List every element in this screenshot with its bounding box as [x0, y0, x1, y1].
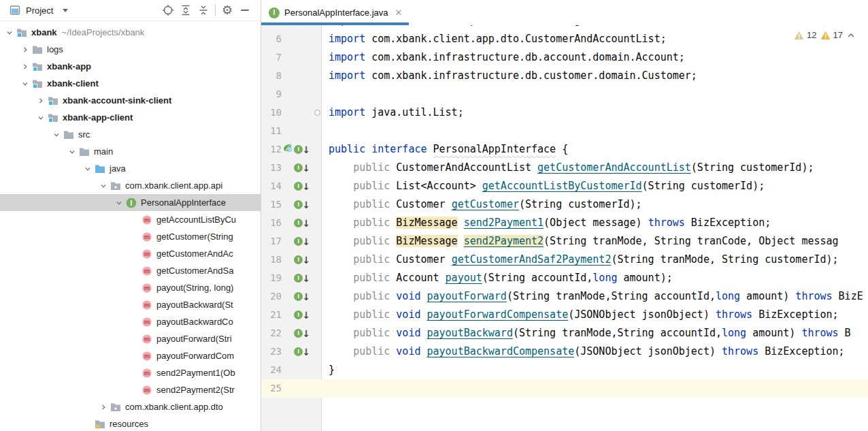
code-editor[interactable]: 5import com.bizmud.bizsip.common.BizMess…: [261, 25, 868, 431]
gutter-cell[interactable]: 12I↓: [261, 140, 322, 159]
chevron-expanded-icon[interactable]: [113, 199, 125, 207]
inspections-widget[interactable]: 12 17: [791, 29, 858, 42]
settings-button[interactable]: ⚙: [218, 3, 236, 18]
spring-bean-icon[interactable]: [283, 140, 293, 159]
gutter-cell[interactable]: 8: [261, 67, 322, 85]
code-line-5[interactable]: 5import com.bizmud.bizsip.common.BizMess…: [261, 25, 868, 30]
implemented-marker-icon[interactable]: I↓: [294, 237, 310, 246]
tree-item-src[interactable]: src: [0, 126, 261, 143]
tree-item-java[interactable]: java: [0, 160, 261, 177]
implemented-marker-icon[interactable]: I↓: [294, 182, 310, 191]
locate-file-button[interactable]: [159, 3, 177, 18]
code-line-11[interactable]: 11: [261, 122, 868, 140]
code-line-12[interactable]: 12I↓public interface PersonalAppInterfac…: [261, 140, 868, 159]
tree-item-getcustomerandac[interactable]: mgetCustomerAndAc: [0, 245, 261, 262]
tree-item-getaccountlistbycu[interactable]: mgetAccountListByCu: [0, 211, 261, 228]
gutter-cell[interactable]: 23I↓: [261, 342, 322, 361]
gutter-cell[interactable]: 15I↓: [261, 195, 322, 214]
tree-item-getcustomer-string[interactable]: mgetCustomer(String: [0, 228, 261, 245]
chevron-expanded-icon[interactable]: [66, 148, 78, 156]
tree-item-payoutbackwardco[interactable]: mpayoutBackwardCo: [0, 313, 261, 330]
tree-item-resources[interactable]: resources: [0, 415, 261, 431]
code-line-19[interactable]: 19I↓ public Account payout(String accoun…: [261, 269, 868, 287]
hide-panel-button[interactable]: [236, 3, 254, 18]
gutter-cell[interactable]: 10: [261, 103, 322, 122]
code-line-16[interactable]: 16I↓ public BizMessage send2Payment1(Obj…: [261, 214, 868, 232]
gutter-cell[interactable]: 21I↓: [261, 306, 322, 324]
gutter-cell[interactable]: 20I↓: [261, 287, 322, 306]
gutter-cell[interactable]: 14I↓: [261, 177, 322, 195]
implemented-marker-icon[interactable]: I↓: [294, 329, 310, 338]
chevron-expanded-icon[interactable]: [97, 182, 110, 190]
gutter-cell[interactable]: 5: [261, 25, 322, 30]
tree-item-main[interactable]: main: [0, 143, 261, 160]
tree-item-payoutforward-stri[interactable]: mpayoutForward(Stri: [0, 330, 261, 347]
code-line-20[interactable]: 20I↓ public void payoutForward(String tr…: [261, 287, 868, 306]
code-line-18[interactable]: 18I↓ public Customer getCustomerAndSaf2P…: [261, 251, 868, 269]
close-tab-icon[interactable]: ✕: [395, 7, 402, 18]
gutter-cell[interactable]: 13I↓: [261, 159, 322, 177]
tree-item-logs[interactable]: logs: [0, 41, 261, 58]
gutter-cell[interactable]: 25: [261, 379, 322, 398]
code-line-6[interactable]: 6import com.xbank.client.app.dto.Custome…: [261, 30, 868, 48]
tree-item-xbank-app[interactable]: xbank-app: [0, 58, 261, 75]
gutter-cell[interactable]: 7: [261, 48, 322, 67]
gutter-cell[interactable]: 22I↓: [261, 324, 322, 342]
code-line-13[interactable]: 13I↓ public CustomerAndAccountList getCu…: [261, 159, 868, 177]
code-line-23[interactable]: 23I↓ public void payoutBackwardCompensat…: [261, 342, 868, 361]
chevron-up-icon[interactable]: [846, 31, 856, 39]
expand-all-button[interactable]: [177, 3, 195, 18]
tab-personalappinterface-java[interactable]: I PersonalAppInterface.java ✕: [261, 0, 409, 25]
implemented-marker-icon[interactable]: I↓: [294, 255, 310, 265]
gutter-cell[interactable]: 18I↓: [261, 251, 322, 269]
chevron-expanded-icon[interactable]: [3, 29, 16, 37]
code-line-15[interactable]: 15I↓ public Customer getCustomer(String …: [261, 195, 868, 214]
fold-marker-icon[interactable]: [312, 110, 322, 116]
code-line-22[interactable]: 22I↓ public void payoutBackward(String t…: [261, 324, 868, 342]
weak-warnings-group[interactable]: 12: [794, 30, 816, 40]
code-line-14[interactable]: 14I↓ public List<Account> getAccountList…: [261, 177, 868, 195]
gutter-cell[interactable]: 9: [261, 85, 322, 103]
chevron-collapsed-icon[interactable]: [97, 403, 110, 411]
chevron-expanded-icon[interactable]: [82, 165, 94, 173]
code-line-10[interactable]: 10import java.util.List;: [261, 103, 868, 122]
implemented-marker-icon[interactable]: I↓: [294, 163, 310, 173]
tree-item-xbank[interactable]: xbank~/IdeaProjects/xbank: [0, 24, 261, 41]
code-line-7[interactable]: 7import com.xbank.infrastructure.db.acco…: [261, 48, 868, 67]
code-line-25[interactable]: 25: [261, 379, 868, 398]
implemented-marker-icon[interactable]: I↓: [294, 310, 310, 320]
tree-item-payout-string-long[interactable]: mpayout(String, long): [0, 279, 261, 296]
tree-item-getcustomerandsa[interactable]: mgetCustomerAndSa: [0, 262, 261, 279]
chevron-collapsed-icon[interactable]: [19, 63, 31, 71]
implemented-marker-icon[interactable]: I↓: [294, 292, 310, 302]
warnings-group[interactable]: 17: [820, 30, 843, 40]
code-line-17[interactable]: 17I↓ public BizMessage send2Payment2(Str…: [261, 232, 868, 251]
chevron-expanded-icon[interactable]: [35, 114, 47, 122]
implemented-marker-icon[interactable]: I↓: [294, 200, 310, 210]
tree-item-com-xbank-client-app-dto[interactable]: com.xbank.client.app.dto: [0, 398, 261, 415]
gutter-cell[interactable]: 6: [261, 30, 322, 48]
implemented-marker-icon[interactable]: I↓: [294, 347, 310, 357]
tree-item-personalappinterface[interactable]: IPersonalAppInterface: [0, 194, 261, 211]
tree-item-payoutforwardcom[interactable]: mpayoutForwardCom: [0, 347, 261, 364]
code-line-24[interactable]: 24}: [261, 361, 868, 379]
tree-item-xbank-account-sink-client[interactable]: xbank-account-sink-client: [0, 92, 261, 109]
tree-item-send2payment2-str[interactable]: msend2Payment2(Str: [0, 381, 261, 398]
code-line-8[interactable]: 8import com.xbank.infrastructure.db.cust…: [261, 67, 868, 85]
code-line-21[interactable]: 21I↓ public void payoutForwardCompensate…: [261, 306, 868, 324]
chevron-expanded-icon[interactable]: [19, 80, 31, 88]
collapse-all-button[interactable]: [195, 3, 212, 18]
gutter-cell[interactable]: 11: [261, 122, 322, 140]
code-line-9[interactable]: 9: [261, 85, 868, 103]
chevron-expanded-icon[interactable]: [50, 131, 63, 139]
gutter-cell[interactable]: 17I↓: [261, 232, 322, 251]
implemented-marker-icon[interactable]: I↓: [294, 274, 310, 283]
implemented-marker-icon[interactable]: I↓: [294, 145, 310, 155]
tree-item-xbank-app-client[interactable]: xbank-app-client: [0, 109, 261, 126]
chevron-collapsed-icon[interactable]: [19, 46, 31, 54]
chevron-down-icon[interactable]: [63, 9, 68, 12]
gutter-cell[interactable]: 19I↓: [261, 269, 322, 287]
tree-item-xbank-client[interactable]: xbank-client: [0, 75, 261, 92]
tree-item-payoutbackward-st[interactable]: mpayoutBackward(St: [0, 296, 261, 313]
chevron-collapsed-icon[interactable]: [35, 97, 47, 105]
